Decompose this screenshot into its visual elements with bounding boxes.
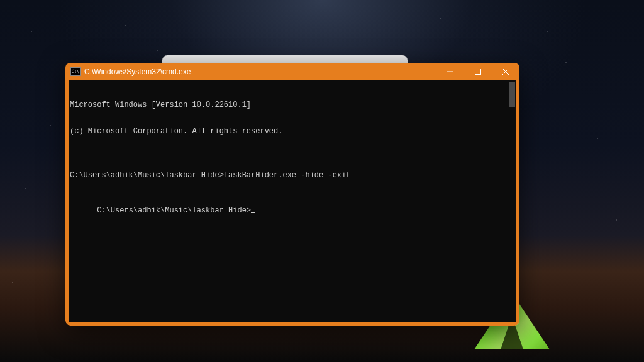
svg-rect-1 bbox=[475, 69, 481, 75]
maximize-icon bbox=[475, 69, 481, 75]
titlebar[interactable]: C:\ C:\Windows\System32\cmd.exe bbox=[65, 63, 519, 80]
prompt: C:\Users\adhik\Music\Taskbar Hide> bbox=[97, 206, 251, 215]
window-title: C:\Windows\System32\cmd.exe bbox=[84, 67, 191, 76]
maximize-button[interactable] bbox=[464, 63, 492, 80]
terminal-output: Microsoft Windows [Version 10.0.22610.1]… bbox=[70, 83, 515, 224]
scrollbar-thumb[interactable] bbox=[509, 82, 515, 107]
terminal-body[interactable]: Microsoft Windows [Version 10.0.22610.1]… bbox=[65, 80, 519, 326]
minimize-icon bbox=[447, 69, 453, 75]
close-icon bbox=[502, 69, 509, 75]
cursor bbox=[251, 212, 255, 213]
close-button[interactable] bbox=[492, 63, 519, 80]
minimize-button[interactable] bbox=[436, 63, 464, 80]
output-line: (c) Microsoft Corporation. All rights re… bbox=[70, 127, 515, 136]
cmd-window: C:\ C:\Windows\System32\cmd.exe Microsof… bbox=[65, 63, 519, 326]
cmd-icon: C:\ bbox=[70, 67, 80, 76]
output-line: C:\Users\adhik\Music\Taskbar Hide>TaskBa… bbox=[70, 171, 515, 180]
output-line: Microsoft Windows [Version 10.0.22610.1] bbox=[70, 101, 515, 109]
